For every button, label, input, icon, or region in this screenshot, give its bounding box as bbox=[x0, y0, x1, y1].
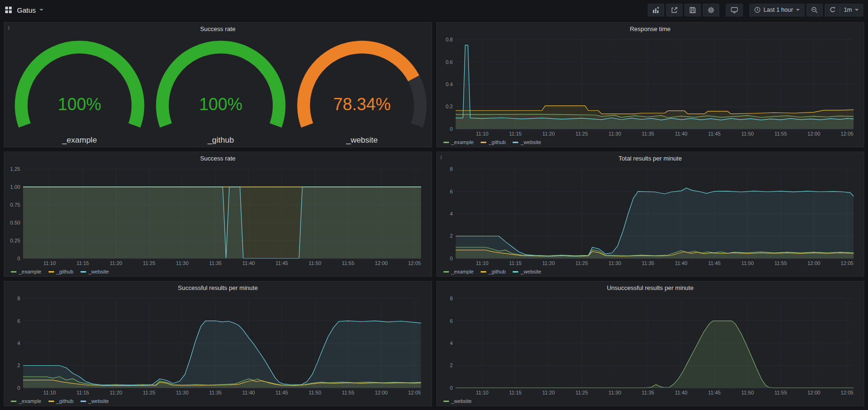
svg-text:11:40: 11:40 bbox=[675, 390, 687, 395]
time-range-picker[interactable]: Last 1 hour bbox=[749, 4, 804, 16]
navbar-right: Last 1 hour 1m bbox=[648, 4, 863, 16]
gauge-github: 100% _github bbox=[150, 36, 291, 145]
legend-swatch bbox=[513, 271, 518, 273]
svg-text:11:10: 11:10 bbox=[476, 131, 489, 137]
zoom-out-button[interactable] bbox=[806, 4, 823, 16]
legend-swatch bbox=[481, 142, 486, 143]
save-dashboard-button[interactable] bbox=[684, 4, 701, 16]
legend-item-website[interactable]: _website bbox=[443, 398, 472, 404]
svg-text:12:00: 12:00 bbox=[375, 260, 388, 266]
series-fill-_website bbox=[23, 187, 421, 258]
svg-text:6: 6 bbox=[450, 189, 452, 194]
svg-text:11:35: 11:35 bbox=[209, 390, 222, 395]
panel-title[interactable]: Success rate bbox=[200, 25, 235, 32]
legend-swatch bbox=[80, 401, 86, 402]
svg-text:6: 6 bbox=[17, 318, 20, 324]
panel-title[interactable]: Success rate bbox=[200, 155, 235, 162]
svg-text:0.25: 0.25 bbox=[10, 238, 20, 243]
refresh-interval-label: 1m bbox=[844, 7, 852, 13]
share-dashboard-button[interactable] bbox=[666, 4, 683, 16]
legend-item-website[interactable]: _website bbox=[80, 269, 109, 274]
svg-text:11:25: 11:25 bbox=[143, 390, 155, 395]
panel-header: Successful results per minute bbox=[4, 281, 432, 294]
panel-info-icon[interactable]: i bbox=[441, 154, 442, 161]
gauge-label: _website bbox=[291, 136, 433, 145]
chart-legend: _example_github_website bbox=[4, 267, 432, 276]
svg-text:11:55: 11:55 bbox=[774, 131, 787, 137]
legend-item-github[interactable]: _github bbox=[481, 269, 506, 274]
panel-title[interactable]: Successful results per minute bbox=[178, 284, 258, 291]
navbar: Gatus bbox=[0, 0, 868, 20]
svg-text:11:40: 11:40 bbox=[242, 260, 255, 266]
button-divider bbox=[840, 7, 840, 14]
refresh-button[interactable]: 1m bbox=[825, 4, 863, 16]
legend-label: _website bbox=[521, 269, 541, 274]
legend-swatch bbox=[443, 142, 449, 143]
legend-item-website[interactable]: _website bbox=[80, 398, 109, 404]
legend-swatch bbox=[443, 401, 449, 402]
svg-text:1.25: 1.25 bbox=[10, 166, 20, 172]
apps-grid-icon[interactable] bbox=[5, 6, 12, 14]
legend-item-example[interactable]: _example bbox=[11, 398, 41, 404]
svg-text:11:45: 11:45 bbox=[275, 260, 288, 266]
cycle-view-mode-button[interactable] bbox=[726, 4, 743, 16]
legend-item-website[interactable]: _website bbox=[513, 139, 541, 145]
svg-text:11:55: 11:55 bbox=[774, 260, 787, 266]
legend-item-example[interactable]: _example bbox=[11, 269, 41, 274]
svg-text:11:20: 11:20 bbox=[542, 260, 555, 266]
panel-header: i Success rate bbox=[4, 23, 432, 35]
panel-title[interactable]: Unsuccessful results per minute bbox=[607, 284, 693, 291]
svg-text:0.6: 0.6 bbox=[445, 59, 452, 65]
legend-item-github[interactable]: _github bbox=[48, 398, 73, 404]
add-panel-icon bbox=[652, 7, 659, 14]
chevron-down-icon bbox=[855, 9, 859, 11]
chart-legend: _example_github_website bbox=[437, 137, 864, 147]
legend-swatch bbox=[481, 271, 486, 273]
panel-title[interactable]: Response time bbox=[630, 25, 671, 32]
chart-legend: _example_github_website bbox=[4, 396, 432, 406]
svg-text:0.2: 0.2 bbox=[445, 104, 452, 109]
successful-results-chart[interactable]: 11:1011:1511:2011:2511:3011:3511:4011:45… bbox=[6, 294, 428, 396]
legend-item-github[interactable]: _github bbox=[48, 269, 73, 274]
legend-label: _website bbox=[451, 398, 472, 404]
success-rate-chart[interactable]: 11:1011:1511:2011:2511:3011:3511:4011:45… bbox=[6, 164, 428, 267]
legend-label: _example bbox=[451, 139, 474, 145]
unsuccessful-results-chart[interactable]: 11:1011:1511:2011:2511:3011:3511:4011:45… bbox=[439, 294, 860, 396]
legend-swatch bbox=[11, 401, 16, 402]
panel-title[interactable]: Total results per minute bbox=[619, 155, 682, 162]
chart-legend: _website bbox=[437, 396, 864, 406]
svg-text:8: 8 bbox=[450, 166, 452, 172]
svg-text:11:50: 11:50 bbox=[741, 131, 754, 137]
gauge-value: 78.34% bbox=[291, 95, 433, 114]
dashboard-grid: i Success rate 100% _example 100% _githu… bbox=[4, 22, 864, 406]
panel-successful-results: Successful results per minute 11:1011:15… bbox=[4, 281, 432, 406]
svg-text:12:00: 12:00 bbox=[375, 390, 388, 395]
svg-text:0: 0 bbox=[17, 385, 20, 391]
svg-text:11:25: 11:25 bbox=[143, 260, 155, 266]
svg-text:2: 2 bbox=[450, 233, 452, 239]
legend-item-example[interactable]: _example bbox=[443, 139, 474, 145]
dashboard-title-dropdown[interactable]: Gatus bbox=[17, 6, 43, 14]
legend-swatch bbox=[513, 142, 518, 143]
svg-text:11:40: 11:40 bbox=[675, 131, 687, 137]
svg-text:11:45: 11:45 bbox=[708, 390, 721, 395]
legend-item-github[interactable]: _github bbox=[481, 139, 506, 145]
panel-unsuccessful-results: Unsuccessful results per minute 11:1011:… bbox=[436, 281, 865, 406]
response-time-chart[interactable]: 11:1011:1511:2011:2511:3011:3511:4011:45… bbox=[439, 35, 860, 137]
panel-header: Response time bbox=[437, 23, 864, 35]
legend-item-website[interactable]: _website bbox=[513, 269, 541, 274]
gauge-arc-github bbox=[150, 36, 291, 135]
svg-text:11:40: 11:40 bbox=[242, 390, 255, 395]
dashboard-settings-button[interactable] bbox=[703, 4, 719, 16]
chart-legend: _example_github_website bbox=[437, 267, 864, 276]
panel-info-icon[interactable]: i bbox=[8, 24, 9, 32]
legend-swatch bbox=[48, 271, 54, 273]
add-panel-button[interactable] bbox=[648, 4, 664, 16]
total-results-chart[interactable]: 11:1011:1511:2011:2511:3011:3511:4011:45… bbox=[439, 164, 860, 267]
legend-label: _website bbox=[88, 398, 109, 404]
legend-item-example[interactable]: _example bbox=[443, 269, 474, 274]
legend-swatch bbox=[11, 271, 16, 273]
panel-response-time: Response time 11:1011:1511:2011:2511:301… bbox=[436, 22, 865, 147]
svg-text:2: 2 bbox=[17, 362, 20, 368]
legend-label: _example bbox=[19, 398, 41, 404]
